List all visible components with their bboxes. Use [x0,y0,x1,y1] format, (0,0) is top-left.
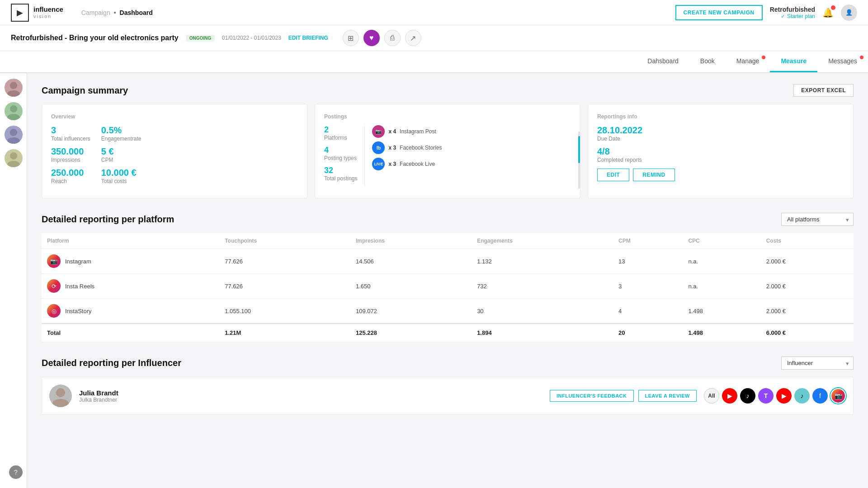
posting-types-value: 4 [324,145,357,155]
notification-bell[interactable]: 🔔 [822,7,834,18]
influencer-filter[interactable]: Influencer [781,357,854,370]
subnav-dashboard[interactable]: Dahsboard [637,51,689,72]
nav-right: CREATE NEW CAMPAIGN Retrofurbished ✓ Sta… [675,5,857,21]
is-impressions: 109.072 [350,299,472,324]
platform-fb-stories: fb x 3 Facebook Stories [372,141,442,154]
campaign-icon-heart[interactable]: ♥ [363,30,380,46]
svg-point-0 [10,82,17,89]
export-excel-button[interactable]: EXPORT EXCEL [793,84,854,97]
platform-tab-youtube-2[interactable]: ▶ [776,388,792,404]
campaign-summary-title: Campaign summary [42,85,128,96]
is-engagements: 30 [472,299,613,324]
engagement-rate-label: Engagementrate [101,136,142,142]
col-costs: Costs [761,233,854,249]
svg-point-8 [56,388,65,397]
summary-cards: Overview 3 Total influencers 350.000 Imp… [42,104,854,198]
reach-value: 250.000 [51,168,90,178]
sidebar-avatar-4[interactable] [5,149,23,167]
edit-briefing-link[interactable]: EDIT BRIEFING [288,35,328,41]
total-engagements: 1.894 [472,324,613,342]
platform-tab-youtube-1[interactable]: ▶ [722,388,737,404]
breadcrumb-sep: • [114,9,116,16]
platform-tab-facebook[interactable]: f [812,388,828,404]
help-button[interactable]: ? [9,465,23,479]
due-date-label: Due Date [597,136,844,142]
campaign-summary-header: Campaign summary EXPORT EXCEL [42,84,854,97]
platform-table-head: Platform Touchpoints Impresions Engageme… [42,233,854,249]
engagement-rate-value: 0.5% [101,125,142,136]
influencer-filter-wrapper: Influencer [781,357,854,370]
user-avatar[interactable]: 👤 [841,5,857,21]
table-row: ◎InstaStory 1.055.100 109.072 30 4 1.498… [42,299,854,324]
edit-report-button[interactable]: EDIT [597,169,629,181]
feedback-button[interactable]: INFLUENCER'S FEEDBACK [550,390,634,402]
influencer-sidebar [0,73,27,488]
platform-ig-post: 📷 x 4 Instagram Post [372,125,442,138]
platform-tab-twitch[interactable]: T [758,388,774,404]
instagram-cell: 📷Instagram [47,254,214,268]
influencer-section-title: Detailed reporting per Influencer [42,358,181,368]
sidebar-avatar-2[interactable] [5,102,23,120]
svg-point-4 [10,129,17,136]
platform-tab-instagram[interactable]: 📷 [830,388,846,404]
breadcrumb-parent[interactable]: Campaign [81,9,110,16]
influencer-card: Julia Brandt Julka Brandtner INFLUENCER'… [42,377,854,415]
platform-tab-tiktok-2[interactable]: ♪ [794,388,810,404]
due-date-value: 28.10.2022 [597,125,844,136]
review-button[interactable]: LEAVE A REVIEW [638,390,697,402]
col-impressions: Impresions [350,233,472,249]
impressions-label: Impressions [51,157,90,163]
create-campaign-button[interactable]: CREATE NEW CAMPAIGN [675,5,763,20]
platform-table-header: Detailed reporting per platform All plat… [42,213,854,226]
instastory-icon: ◎ [47,304,61,318]
remind-button[interactable]: REMIND [633,169,675,181]
reportings-card: Reportings info 28.10.2022 Due Date 4/8 … [588,104,854,198]
subnav-measure[interactable]: Measure [770,51,817,72]
table-row: ⟳Insta Reels 77.626 1.650 732 3 n.a. 2.0… [42,274,854,299]
ig-cpc: n.a. [683,249,760,274]
platform-tab-all[interactable]: All [704,388,719,404]
report-actions: EDIT REMIND [597,169,844,181]
platform-filter[interactable]: All platforms Instagram Facebook TikTok [781,213,854,226]
subnav-manage[interactable]: Manage [726,51,770,72]
col-touchpoints: Touchpoints [219,233,350,249]
is-cpc: 1.498 [683,299,760,324]
total-costs: 6.000 € [761,324,854,342]
starter-plan-label: Starter plan [787,13,815,19]
platform-tab-tiktok-1[interactable]: ♪ [740,388,755,404]
user-name: Retrofurbished [770,6,815,13]
total-costs-value: 10.000 € [101,168,142,178]
sidebar-avatar-3[interactable] [5,126,23,144]
campaign-icon-grid[interactable]: ⊞ [343,30,359,46]
total-costs-label: Total costs [101,178,142,184]
starter-plan: ✓ Starter plan [781,13,815,19]
ig-engagements: 1.132 [472,249,613,274]
cpm-label: CPM [101,157,142,163]
subnav-book[interactable]: Book [689,51,726,72]
svg-point-6 [10,152,17,160]
date-range: 01/01/2022 - 01/01/2023 [222,35,281,41]
impressions-value: 350.000 [51,146,90,157]
influencer-actions: INFLUENCER'S FEEDBACK LEAVE A REVIEW [550,390,697,402]
sidebar-avatar-1[interactable] [5,79,23,97]
svg-point-1 [7,90,20,97]
influencer-avatar [49,385,72,407]
reach-label: Reach [51,178,90,184]
reportings-card-title: Reportings info [597,113,844,120]
influencer-section: Detailed reporting per Influencer Influe… [42,357,854,415]
postings-card-title: Postings [324,113,571,120]
subnav-messages[interactable]: Messages [817,51,868,72]
ig-post-icon: 📷 [372,125,385,138]
campaign-icon-share[interactable]: ⎙ [384,30,401,46]
logo[interactable]: ▶ influence vision [11,4,63,22]
col-cpc: CPC [683,233,760,249]
user-area: Retrofurbished ✓ Starter plan [770,6,815,19]
campaign-title: Retrofurbished - Bring your old electron… [11,34,179,42]
campaign-icon-export[interactable]: ↗ [405,30,421,46]
ir-engagements: 732 [472,274,613,299]
status-badge: ONGOING [186,35,215,42]
ir-touchpoints: 77.626 [219,274,350,299]
instagram-icon: 📷 [47,254,61,268]
total-postings-label: Total postings [324,175,357,182]
insta-reels-cell: ⟳Insta Reels [47,279,214,293]
